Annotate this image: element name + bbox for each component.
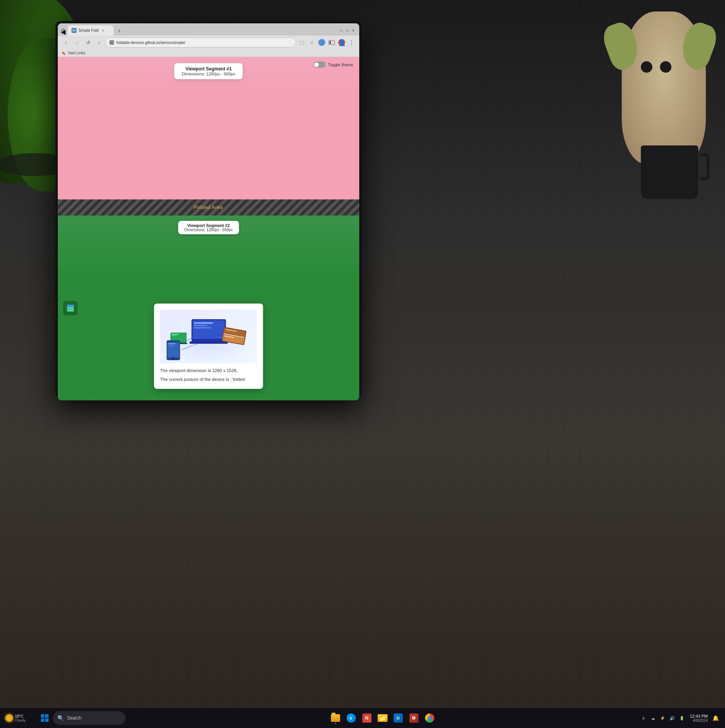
fold-app-icon	[63, 301, 78, 315]
history-back-icon[interactable]: ◀	[61, 28, 65, 33]
svg-rect-23	[167, 342, 179, 357]
outlook-icon: O	[394, 713, 403, 723]
viewport-2-title: Viewport Segment #2	[184, 223, 233, 228]
search-label: Search	[67, 715, 81, 721]
refresh-btn[interactable]: ↺	[83, 38, 93, 47]
file-explorer-btn[interactable]	[328, 711, 343, 725]
tab-favicon: SF	[72, 28, 77, 33]
active-dot	[335, 723, 336, 724]
battery-icon[interactable]: 🔋	[678, 714, 686, 722]
clock-date: 4/8/2024	[693, 718, 708, 723]
cast-icon[interactable]: ⬚	[297, 38, 306, 47]
taskbar-search[interactable]: 🔍 Search	[53, 711, 125, 725]
minimize-btn[interactable]: —	[339, 28, 343, 33]
weather-icon	[5, 714, 13, 722]
yoda-decoration	[595, 0, 717, 230]
top-screen: ◀ SF Simple Fold ✕ + — □ ✕	[58, 23, 359, 199]
browser-chrome: ◀ SF Simple Fold ✕ + — □ ✕	[58, 23, 359, 57]
svg-rect-7	[194, 325, 207, 326]
taskbar-center-icons: e N 📁 O ❻	[127, 711, 638, 725]
laptop-device: ◀ SF Simple Fold ✕ + — □ ✕	[55, 21, 362, 398]
url-text: foldable-devices.github.io/demos/simple/	[116, 41, 185, 45]
wifi-icon[interactable]: ⚡	[658, 714, 667, 722]
fold-area: Folded Area	[58, 199, 359, 215]
svg-rect-13	[171, 334, 178, 335]
site-security-icon	[109, 40, 114, 45]
toggle-iframe-label: Toggle iframe	[328, 62, 353, 67]
browser-history-btns[interactable]: ◀	[61, 28, 65, 33]
close-btn[interactable]: ✕	[352, 28, 355, 33]
fold-icon-svg	[66, 304, 75, 312]
bookmarks-bar: 🔖 Intel Links	[58, 49, 359, 57]
address-bar[interactable]: foldable-devices.github.io/demos/simple/	[105, 38, 296, 47]
file-explorer-icon	[331, 714, 340, 722]
card-posture-text: The current posture of the device is : f…	[160, 376, 257, 383]
viewport-2-dimensions: Dimensions: 1280px - 669px	[184, 228, 233, 232]
svg-rect-1	[67, 309, 74, 312]
explorer-btn[interactable]: 📁	[375, 711, 390, 725]
chevron-up-icon[interactable]: ∧	[639, 714, 648, 722]
nav-action-icons: ⬚ ☆ 👤 ⋮	[297, 38, 356, 47]
clock-widget[interactable]: 12:43 PM 4/8/2024	[687, 714, 709, 723]
card-viewport-text: The viewport dimension is 1280 x 1528.	[160, 367, 257, 374]
new-tab-btn[interactable]: +	[115, 26, 124, 35]
weather-condition: Cloudy	[15, 718, 26, 722]
pink-page-content: Toggle iframe Viewport Segment #1 Dimens…	[58, 57, 359, 199]
bookmark-icon[interactable]: ☆	[307, 38, 316, 47]
menu-icon[interactable]: ⋮	[347, 38, 356, 47]
outlook-btn[interactable]: O	[391, 711, 406, 725]
bing-news-btn[interactable]: N	[360, 711, 374, 725]
windows-logo	[41, 714, 49, 722]
back-btn[interactable]: ‹	[61, 38, 71, 47]
bookmarks-label: Intel Links	[68, 51, 85, 55]
app6-icon: ❻	[409, 713, 419, 723]
taskbar: 18°C Cloudy 🔍 Search e N	[0, 708, 725, 728]
svg-rect-25	[168, 345, 173, 346]
forward-btn[interactable]: ›	[72, 38, 82, 47]
volume-icon[interactable]: 🔊	[668, 714, 676, 722]
edge-btn[interactable]: e	[344, 711, 358, 725]
bottom-screen: Viewport Segment #2 Dimensions: 1280px -…	[58, 215, 359, 400]
tab-close-btn[interactable]: ✕	[102, 29, 105, 33]
svg-rect-24	[168, 343, 175, 344]
tab-title: Simple Fold	[78, 28, 99, 33]
sidebar-icon[interactable]	[327, 38, 336, 47]
toggle-iframe-control[interactable]: Toggle iframe	[313, 62, 353, 68]
news-icon: N	[362, 713, 371, 723]
user-account-icon[interactable]: 👤	[337, 38, 346, 47]
weather-widget[interactable]: 18°C Cloudy	[2, 714, 37, 722]
browser-navbar: ‹ › ↺ ⌂ foldable-devices.github.io/demos…	[58, 36, 359, 49]
home-btn[interactable]: ⌂	[94, 38, 104, 47]
window-controls: — □ ✕	[339, 28, 356, 33]
app6-btn[interactable]: ❻	[407, 711, 421, 725]
devices-svg	[163, 312, 254, 361]
content-card: The viewport dimension is 1280 x 1528. T…	[154, 304, 263, 389]
bookmarks-icon: 🔖	[62, 51, 66, 55]
svg-rect-10	[192, 342, 225, 343]
viewport-segment-1-badge: Viewport Segment #1 Dimensions: 1280px -…	[174, 63, 243, 79]
weather-temp: 18°C	[15, 714, 26, 718]
start-button[interactable]	[38, 711, 52, 725]
svg-rect-8	[194, 327, 211, 328]
svg-point-26	[172, 357, 174, 360]
system-tray: ∧ ☁ ⚡ 🔊 🔋 12:43 PM 4/8/2024 🔔	[639, 713, 723, 723]
folder-icon: 📁	[378, 714, 388, 722]
chrome-btn[interactable]	[422, 711, 437, 725]
notification-btn[interactable]: 🔔	[710, 713, 720, 723]
device-illustration	[160, 310, 257, 363]
svg-rect-6	[194, 322, 213, 324]
maximize-btn[interactable]: □	[346, 28, 349, 33]
svg-rect-14	[171, 335, 176, 336]
svg-rect-0	[67, 305, 74, 308]
browser-tab-active[interactable]: SF Simple Fold ✕	[68, 25, 114, 36]
viewport-1-title: Viewport Segment #1	[182, 66, 235, 72]
cloud-backup-icon[interactable]: ☁	[649, 714, 657, 722]
tab-bar: ◀ SF Simple Fold ✕ + — □ ✕	[58, 23, 359, 36]
fold-area-label: Folded Area	[194, 205, 223, 210]
win-logo-q2	[45, 714, 49, 718]
profile-icon[interactable]	[317, 38, 326, 47]
viewport-segment-2-badge: Viewport Segment #2 Dimensions: 1280px -…	[178, 221, 239, 234]
toggle-switch[interactable]	[313, 62, 326, 68]
clock-time: 12:43 PM	[690, 714, 708, 718]
win-logo-q3	[41, 718, 44, 722]
